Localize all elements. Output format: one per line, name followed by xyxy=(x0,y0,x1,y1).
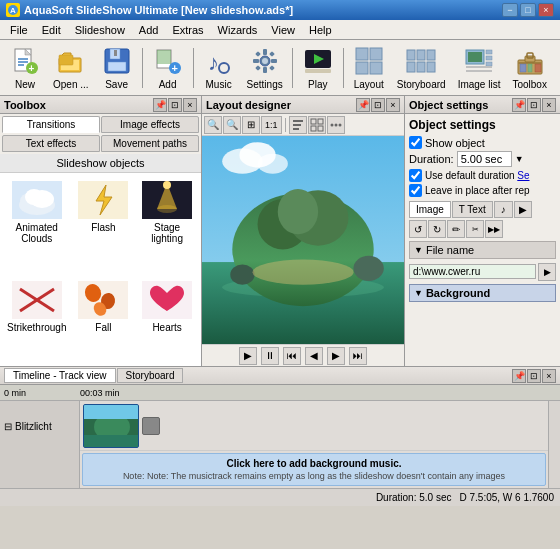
object-fall[interactable]: Fall xyxy=(73,277,133,362)
hearts-label: Hearts xyxy=(152,322,181,333)
browse-button[interactable]: ▶ xyxy=(538,263,556,281)
stage-lighting-icon xyxy=(141,180,193,220)
svg-rect-43 xyxy=(407,62,415,72)
layout-float-button[interactable]: ⊡ xyxy=(371,98,385,112)
object-strikethrough[interactable]: Strikethrough xyxy=(4,277,69,362)
timeline-float-button[interactable]: ⊡ xyxy=(527,369,541,383)
save-button[interactable]: Save xyxy=(96,43,138,93)
play-preview-button[interactable]: ▶ xyxy=(239,347,257,365)
menu-add[interactable]: Add xyxy=(133,22,165,38)
note-text: Note: The musictrack remains empty as lo… xyxy=(147,471,505,481)
more-image-btn[interactable]: ▶▶ xyxy=(485,220,503,238)
object-hearts[interactable]: Hearts xyxy=(137,277,197,362)
svg-point-22 xyxy=(219,63,229,73)
prev-frame-button[interactable]: ◀ xyxy=(305,347,323,365)
storyboard-button[interactable]: Storyboard xyxy=(392,43,451,93)
use-default-checkbox[interactable] xyxy=(409,169,422,182)
layout-pin-button[interactable]: 📌 xyxy=(356,98,370,112)
close-button[interactable]: × xyxy=(538,3,554,17)
menu-help[interactable]: Help xyxy=(303,22,338,38)
menu-extras[interactable]: Extras xyxy=(166,22,209,38)
menu-edit[interactable]: Edit xyxy=(36,22,67,38)
tab-audio[interactable]: ♪ xyxy=(494,201,513,218)
svg-rect-30 xyxy=(269,51,275,57)
undo-button[interactable]: ↺ xyxy=(409,220,427,238)
zoom-in-button[interactable]: 🔍 xyxy=(204,116,222,134)
tab-text-effects[interactable]: Text effects xyxy=(2,135,100,152)
settings-close-button[interactable]: × xyxy=(542,98,556,112)
next-frame-button[interactable]: ▶ xyxy=(327,347,345,365)
svg-point-87 xyxy=(334,123,337,126)
tab-image[interactable]: Image xyxy=(409,201,451,218)
timeline-pin-button[interactable]: 📌 xyxy=(512,369,526,383)
object-flash[interactable]: Flash xyxy=(73,177,133,273)
zoom-out-button[interactable]: 🔍 xyxy=(223,116,241,134)
layout-close-button[interactable]: × xyxy=(386,98,400,112)
layout-button[interactable]: Layout xyxy=(348,43,390,93)
zoom-100-button[interactable]: 1:1 xyxy=(261,116,282,134)
music-track-area[interactable]: Click here to add background music. Note… xyxy=(82,453,546,486)
maximize-button[interactable]: □ xyxy=(520,3,536,17)
grid-button[interactable] xyxy=(308,116,326,134)
timeline-close-button[interactable]: × xyxy=(542,369,556,383)
main-content: Toolbox 📌 ⊡ × Transitions Image effects … xyxy=(0,96,560,366)
svg-rect-82 xyxy=(311,119,316,124)
show-object-checkbox[interactable] xyxy=(409,136,422,149)
slide-block[interactable] xyxy=(83,404,139,448)
layout-header: Layout designer 📌 ⊡ × xyxy=(202,96,404,114)
tab-image-effects[interactable]: Image effects xyxy=(101,116,199,133)
toolbox-button[interactable]: Toolbox xyxy=(507,43,551,93)
tab-text[interactable]: T Text xyxy=(452,201,493,218)
leave-in-place-checkbox[interactable] xyxy=(409,184,422,197)
settings-pin-button[interactable]: 📌 xyxy=(512,98,526,112)
music-button[interactable]: ♪ Music xyxy=(198,43,240,93)
sep-2 xyxy=(193,48,194,88)
right-scrollbar[interactable] xyxy=(548,401,560,488)
imagelist-button[interactable]: Image list xyxy=(453,43,506,93)
minimize-button[interactable]: − xyxy=(502,3,518,17)
menu-view[interactable]: View xyxy=(265,22,301,38)
zoom-fit-button[interactable]: ⊞ xyxy=(242,116,260,134)
file-name-section[interactable]: ▼ File name xyxy=(409,241,556,259)
object-animated-clouds[interactable]: Animated Clouds xyxy=(4,177,69,273)
toolbox-pin-button[interactable]: 📌 xyxy=(153,98,167,112)
crop-button[interactable]: ✂ xyxy=(466,220,484,238)
more-button[interactable] xyxy=(327,116,345,134)
paint-button[interactable]: ✏ xyxy=(447,220,465,238)
menu-wizards[interactable]: Wizards xyxy=(212,22,264,38)
svg-rect-59 xyxy=(535,64,541,72)
tab-more[interactable]: ▶ xyxy=(514,201,532,218)
svg-rect-27 xyxy=(253,59,259,63)
align-button[interactable] xyxy=(289,116,307,134)
toolbox-close-button[interactable]: × xyxy=(183,98,197,112)
pause-button[interactable]: ⏸ xyxy=(261,347,279,365)
settings-float-button[interactable]: ⊡ xyxy=(527,98,541,112)
use-default-link[interactable]: Se xyxy=(517,170,529,181)
tab-transitions[interactable]: Transitions xyxy=(2,116,100,133)
add-button[interactable]: + Add xyxy=(147,43,189,93)
duration-input[interactable] xyxy=(457,151,512,167)
track-expand-icon[interactable]: ⊟ xyxy=(4,421,12,432)
settings-panel: Object settings 📌 ⊡ × Object settings Sh… xyxy=(405,96,560,366)
menu-slideshow[interactable]: Slideshow xyxy=(69,22,131,38)
object-stage-lighting[interactable]: Stage lighting xyxy=(137,177,197,273)
toolbox-float-button[interactable]: ⊡ xyxy=(168,98,182,112)
open-button[interactable]: Open ... xyxy=(48,43,94,93)
strikethrough-label: Strikethrough xyxy=(7,322,66,333)
background-section[interactable]: ▼ Background xyxy=(409,284,556,302)
tab-timeline[interactable]: Timeline - Track view xyxy=(4,368,116,383)
fall-icon xyxy=(77,280,129,320)
svg-rect-50 xyxy=(486,62,492,66)
sep-4 xyxy=(343,48,344,88)
play-button[interactable]: Play xyxy=(297,43,339,93)
file-name-input[interactable] xyxy=(409,264,536,279)
menu-file[interactable]: File xyxy=(4,22,34,38)
redo-button[interactable]: ↻ xyxy=(428,220,446,238)
new-button[interactable]: + New xyxy=(4,43,46,93)
tab-storyboard[interactable]: Storyboard xyxy=(117,368,184,383)
strikethrough-icon xyxy=(11,280,63,320)
settings-button[interactable]: Settings xyxy=(242,43,288,93)
tab-movement-paths[interactable]: Movement paths xyxy=(101,135,199,152)
rewind-button[interactable]: ⏮ xyxy=(283,347,301,365)
forward-button[interactable]: ⏭ xyxy=(349,347,367,365)
